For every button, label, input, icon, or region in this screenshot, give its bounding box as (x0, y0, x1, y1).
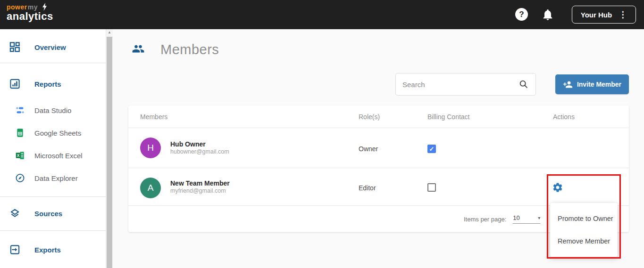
dashboard-icon (9, 42, 20, 53)
scroll-up-arrow-icon[interactable]: ▲ (106, 30, 113, 34)
sidebar-label-microsoft-excel: Microsoft Excel (34, 152, 83, 160)
kebab-menu-icon[interactable]: ⋮ (619, 10, 627, 19)
paginator: Items per page: 10 ▾ (464, 214, 540, 224)
notifications-button[interactable] (541, 8, 554, 22)
sidebar-label-sources: Sources (34, 210, 62, 218)
sidebar-item-reports[interactable]: Reports (0, 73, 106, 94)
column-header-members: Members (140, 106, 167, 128)
sidebar-item-microsoft-excel[interactable]: X Microsoft Excel (0, 145, 106, 166)
avatar-initial: H (147, 143, 154, 153)
items-per-page-value: 10 (513, 214, 519, 221)
app-screen: powermy analytics ? Your Hub ⋮ Overview (0, 0, 644, 268)
table-header-row: Members Role(s) Billing Contact Actions (128, 106, 629, 128)
avatar: A (140, 178, 161, 198)
compass-icon (15, 173, 25, 183)
sidebar-divider (0, 230, 106, 231)
sidebar-label-reports: Reports (34, 80, 61, 88)
help-button[interactable]: ? (515, 8, 528, 21)
table-row: A New Team Member myfriend@gmail.com Edi… (128, 168, 629, 206)
chevron-down-icon: ▾ (538, 215, 540, 220)
logo-power-text: power (7, 4, 27, 10)
items-per-page-label: Items per page: (464, 216, 506, 223)
sidebar-item-overview[interactable]: Overview (0, 37, 106, 57)
member-name: Hub Owner (170, 140, 229, 148)
page-title: Members (160, 42, 219, 57)
member-actions-menu: Promote to Owner Remove Member (550, 203, 618, 257)
top-bar: powermy analytics ? Your Hub ⋮ (0, 0, 644, 29)
member-email: myfriend@gmail.com (170, 187, 230, 195)
bell-icon (541, 8, 554, 22)
invite-member-label: Invite Member (577, 81, 621, 88)
sidebar-label-data-explorer: Data Explorer (34, 174, 78, 182)
billing-contact-checkbox[interactable] (427, 183, 436, 192)
column-header-actions: Actions (553, 106, 575, 128)
search-input[interactable] (402, 81, 519, 89)
items-per-page-select[interactable]: 10 ▾ (513, 214, 540, 224)
sidebar-divider (0, 63, 106, 63)
export-icon (9, 244, 20, 255)
sidebar-nav: Overview Reports (0, 29, 106, 268)
member-role: Owner (359, 145, 378, 153)
menu-item-promote-to-owner[interactable]: Promote to Owner (550, 207, 618, 230)
your-hub-label: Your Hub (581, 11, 612, 19)
member-identity: New Team Member myfriend@gmail.com (170, 179, 230, 195)
sidebar-item-google-sheets[interactable]: Google Sheets (0, 122, 106, 143)
avatar-initial: A (148, 183, 154, 193)
invite-member-button[interactable]: Invite Member (555, 74, 629, 94)
excel-icon: X (15, 151, 25, 161)
column-header-billing-contact: Billing Contact (427, 106, 470, 128)
search-icon[interactable] (519, 79, 529, 89)
sidebar-scrollbar[interactable]: ▲ (106, 29, 113, 268)
logo-analytics-text: analytics (7, 11, 53, 22)
member-actions-button[interactable] (552, 182, 563, 193)
member-name: New Team Member (170, 179, 230, 187)
lightning-bolt-icon (42, 3, 47, 11)
member-role: Editor (359, 184, 376, 192)
member-email: hubowner@gmail.com (170, 148, 229, 155)
google-sheets-icon (15, 128, 25, 138)
sidebar-item-exports[interactable]: Exports (0, 239, 106, 260)
menu-item-remove-member[interactable]: Remove Member (550, 230, 618, 252)
sidebar-divider (0, 196, 106, 197)
sidebar-label-data-studio: Data Studio (34, 106, 71, 114)
sidebar-item-data-explorer[interactable]: Data Explorer (0, 168, 106, 188)
table-row: H Hub Owner hubowner@gmail.com Owner ✓ (128, 128, 629, 168)
logo-my-text: my (28, 4, 38, 10)
question-mark-icon: ? (519, 10, 524, 19)
logo-line1: powermy (7, 4, 53, 11)
bar-chart-icon (9, 79, 20, 89)
member-identity: Hub Owner hubowner@gmail.com (170, 140, 229, 155)
brand-logo[interactable]: powermy analytics (7, 4, 53, 22)
members-group-icon (131, 42, 145, 57)
sidebar-label-exports: Exports (34, 246, 61, 254)
gear-icon (552, 182, 563, 193)
sidebar-label-overview: Overview (34, 43, 66, 51)
sidebar-item-sources[interactable]: Sources (0, 203, 106, 224)
avatar: H (140, 138, 161, 158)
scrollbar-thumb[interactable] (107, 37, 112, 268)
sidebar-item-data-studio[interactable]: Data Studio (0, 100, 106, 121)
person-add-icon (563, 80, 573, 89)
search-box (395, 73, 536, 96)
data-studio-icon (15, 106, 25, 115)
layers-icon (9, 208, 20, 219)
column-header-roles: Role(s) (359, 106, 380, 128)
checkmark-icon: ✓ (429, 146, 435, 153)
svg-text:X: X (17, 153, 20, 158)
sidebar-label-google-sheets: Google Sheets (34, 129, 81, 137)
billing-contact-checkbox[interactable]: ✓ (427, 145, 436, 153)
your-hub-button[interactable]: Your Hub ⋮ (572, 6, 636, 24)
